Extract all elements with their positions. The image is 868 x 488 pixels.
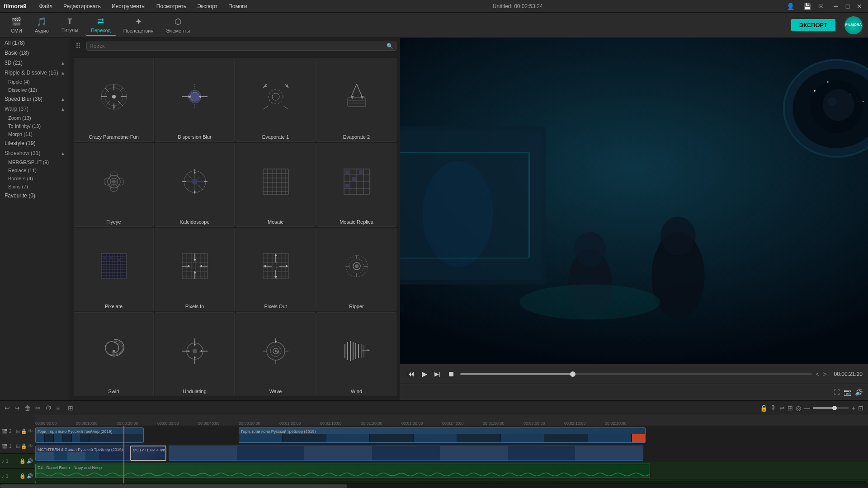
track-v2-eye-icon[interactable]: 👁 — [28, 428, 33, 434]
zoom-out-icon[interactable]: — — [804, 404, 810, 412]
fit-timeline-icon[interactable]: ⊡ — [858, 404, 863, 412]
toolbar-transitions[interactable]: ⇄ Переход — [85, 14, 116, 36]
menu-edit[interactable]: Редактировать — [61, 2, 103, 10]
nav-zoom13[interactable]: Zoom (13) — [0, 114, 70, 122]
mail-icon[interactable]: ✉ — [818, 3, 824, 10]
effect-kaleidoscope-thumb — [157, 145, 232, 218]
cut-button[interactable]: ✂ — [35, 404, 41, 412]
toolbar-effects[interactable]: ✦ Последствия — [118, 15, 159, 35]
clip-v2-2[interactable]: Гори, гори ясно Русский трейлер (2019) — [239, 427, 646, 443]
notifications-icon[interactable]: 👤 — [787, 3, 794, 10]
snap-icon[interactable]: ⇌ — [779, 404, 785, 412]
mix-button[interactable]: ≡ — [56, 404, 60, 412]
undo-button[interactable]: ↩ — [5, 404, 10, 412]
toolbar-titles[interactable]: T Титулы — [56, 16, 84, 34]
clip-a1-1[interactable]: D4 - Daniel Roeth - Napy and Neep — [35, 464, 650, 478]
effect-mosaic[interactable]: Mosaic — [236, 143, 316, 227]
nav-mergesplit9[interactable]: MERGE/SPLIT (9) — [0, 158, 70, 166]
maximize-button[interactable]: □ — [843, 1, 853, 11]
effect-kaleidoscope[interactable]: Kaleidoscope — [155, 143, 235, 227]
track-v1-add-icon[interactable]: ⊞ — [16, 443, 20, 449]
track-a2-lock-icon[interactable]: 🔒 — [19, 473, 26, 479]
effect-evaporate1[interactable]: Evaporate 1 — [236, 58, 316, 142]
color-grade-icon[interactable]: ◎ — [796, 404, 801, 412]
zoom-in-icon[interactable]: + — [852, 404, 855, 412]
volume-icon[interactable]: 🔊 — [855, 389, 863, 396]
minimize-button[interactable]: ─ — [831, 1, 841, 11]
scrollbar-thumb[interactable] — [0, 484, 347, 488]
play-to-button[interactable]: ▶| — [433, 370, 442, 378]
menu-tools[interactable]: Инструменты — [110, 2, 147, 10]
play-button[interactable]: ▶ — [420, 369, 429, 379]
nav-next-icon[interactable]: > — [823, 371, 826, 378]
nav-toinfinity13[interactable]: To Infinity/ (13) — [0, 122, 70, 130]
prev-frame-button[interactable]: ⏮ — [406, 369, 416, 379]
toolbar-elements[interactable]: ⬡ Элементы — [160, 15, 195, 35]
nav-borders4[interactable]: Borders (4) — [0, 174, 70, 183]
redo-button[interactable]: ↪ — [14, 404, 20, 412]
nav-dissolve12[interactable]: Dissolve (12) — [0, 86, 70, 94]
nav-ripple4[interactable]: Ripple (4) — [0, 78, 70, 86]
nav-ripple-section[interactable]: Ripple & Dissolve (16) ▲ — [0, 68, 70, 78]
toolbar-media[interactable]: 🎬 СМИ — [5, 15, 28, 35]
clip-v2-1[interactable]: Гори, гори ясно Русский трейлер (2019) — [35, 427, 144, 443]
markers-button[interactable]: ⏱ — [45, 404, 52, 412]
effect-wind[interactable]: Wind — [316, 312, 396, 396]
fit-screen-icon[interactable]: ⛶ — [834, 389, 840, 396]
nav-basic[interactable]: Basic (18) — [0, 48, 70, 58]
track-a2-mute-icon[interactable]: 🔊 — [27, 473, 33, 479]
effect-evaporate2[interactable]: Evaporate 2 — [316, 58, 396, 142]
track-v1-eye-icon[interactable]: 👁 — [28, 443, 33, 449]
nav-lifestyle19[interactable]: Lifestyle (19) — [0, 138, 70, 148]
toolbar-audio[interactable]: 🎵 Аудио — [29, 15, 54, 35]
stop-button[interactable]: ⏹ — [446, 369, 457, 379]
track-v2-add-icon[interactable]: ⊞ — [16, 428, 20, 434]
effect-pixelate[interactable]: Pixelate — [74, 228, 154, 312]
effect-pixels-in[interactable]: Pixels In — [155, 228, 235, 312]
add-track-icon[interactable]: ⊞ — [68, 404, 73, 412]
effect-undulating[interactable]: Undulating — [155, 312, 235, 396]
effect-wave[interactable]: ⊕ Wave — [236, 312, 316, 396]
timeline-scrollbar[interactable] — [0, 483, 868, 488]
menu-view[interactable]: Посмотреть — [155, 2, 188, 10]
nav-all[interactable]: All (178) — [0, 38, 70, 48]
effect-pixels-out[interactable]: Pixels Out — [236, 228, 316, 312]
effect-evaporate2-thumb — [319, 60, 394, 133]
effect-dispersion[interactable]: Dispersion Blur — [155, 58, 235, 142]
track-v2-lock-icon[interactable]: 🔒 — [21, 428, 27, 434]
nav-replace11[interactable]: Replace (11) — [0, 166, 70, 174]
nav-warp-section[interactable]: Warp (37) ▲ — [0, 104, 70, 114]
nav-morph11[interactable]: Morph (11) — [0, 130, 70, 138]
lock-track-icon[interactable]: 🔒 — [760, 404, 768, 412]
nav-3d[interactable]: 3D (21) ▲ — [0, 58, 70, 68]
nav-slideshow-section[interactable]: Slideshow (31) ▲ — [0, 148, 70, 158]
menu-file[interactable]: Файл — [38, 2, 55, 10]
effect-ripper[interactable]: Ripper — [316, 228, 396, 312]
nav-favourite0[interactable]: Favourite (0) — [0, 191, 70, 201]
progress-bar[interactable] — [460, 373, 812, 375]
nav-spins7[interactable]: Spins (7) — [0, 183, 70, 191]
track-a1-mute-icon[interactable]: 🔊 — [27, 458, 33, 464]
effect-flyeye[interactable]: Flyeye — [74, 143, 154, 227]
effect-mosaic-replica[interactable]: Mosaic Replica — [316, 143, 396, 227]
search-input[interactable] — [90, 43, 387, 49]
clip-v1-1[interactable]: МСТИТЕЛИ 4 Финал Русский Трейлер (2019) — [35, 446, 130, 461]
screenshot-icon[interactable]: 📷 — [844, 389, 851, 396]
menu-help[interactable]: Помоги — [226, 2, 249, 10]
delete-clip-button[interactable]: 🗑 — [24, 404, 31, 412]
effect-crazy[interactable]: ⊕ Crazy Parametme Fun — [74, 58, 154, 142]
clip-v1-2[interactable]: МСТИТЕЛИ 4 Финал Русский Трейлер (2019) — [130, 446, 166, 461]
nav-prev-icon[interactable]: < — [816, 371, 819, 378]
export-button[interactable]: ЭКСПОРТ — [791, 19, 835, 31]
track-v1-lock-icon[interactable]: 🔒 — [21, 443, 27, 449]
save-icon[interactable]: 💾 — [803, 3, 811, 10]
clip-v1-3[interactable] — [169, 446, 643, 461]
audio-record-icon[interactable]: 🎙 — [770, 404, 777, 412]
menu-export[interactable]: Экспорт — [195, 2, 219, 10]
close-button[interactable]: ✕ — [854, 1, 864, 11]
effect-swirl[interactable]: Swirl — [74, 312, 154, 396]
split-screen-icon[interactable]: ⊞ — [788, 404, 793, 412]
nav-speedblur[interactable]: Speed Blur (36) ▲ — [0, 94, 70, 104]
track-a1-lock-icon[interactable]: 🔒 — [19, 458, 26, 464]
grid-view-icon[interactable]: ⠿ — [74, 41, 83, 51]
